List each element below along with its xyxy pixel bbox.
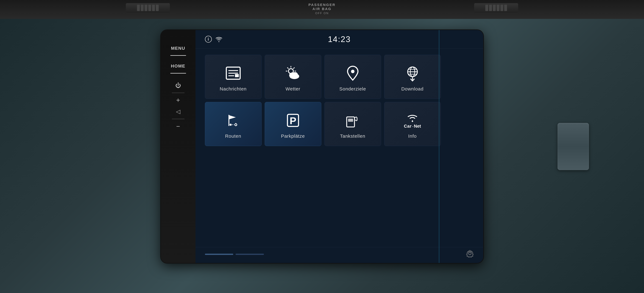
wetter-icon <box>284 65 302 82</box>
svg-point-27 <box>235 124 237 126</box>
apps-grid: Nachrichten <box>205 55 441 146</box>
home-indicator <box>170 73 186 74</box>
svg-line-10 <box>287 68 288 69</box>
scroll-dot-1 <box>205 254 233 255</box>
info-label: Info <box>408 133 416 139</box>
app-tile-wetter[interactable]: Wetter <box>265 55 321 99</box>
volume-down-button[interactable]: − <box>174 121 182 132</box>
download-label: Download <box>401 86 424 92</box>
svg-rect-31 <box>346 117 354 127</box>
parkplaetze-label: Parkplätze <box>281 133 305 139</box>
dashboard-top: PASSENGER AIR BAG OFF ON <box>0 0 644 19</box>
airbag-label: PASSENGER <box>308 3 336 7</box>
vent-right <box>474 3 518 13</box>
routen-label: Routen <box>225 133 241 139</box>
car-interior: PASSENGER AIR BAG OFF ON MENU HOME ⏻ + ◁… <box>0 0 644 293</box>
info-circle-icon[interactable]: i <box>205 36 212 43</box>
routen-icon <box>224 112 242 129</box>
sonderziele-label: Sonderziele <box>340 86 366 92</box>
tankstellen-label: Tankstellen <box>340 133 365 139</box>
ctrl-divider-2 <box>172 119 184 119</box>
svg-rect-32 <box>348 119 353 122</box>
wetter-label: Wetter <box>286 86 300 92</box>
menu-indicator <box>170 55 186 56</box>
bottom-bar <box>196 247 483 263</box>
airbag-label2: AIR BAG <box>308 7 336 11</box>
ctrl-divider-1 <box>172 93 184 93</box>
parkplaetze-icon: P <box>284 112 302 129</box>
apps-container: Nachrichten <box>196 49 483 247</box>
app-tile-info[interactable]: Car - Net Info <box>384 102 441 146</box>
download-icon <box>404 65 421 82</box>
svg-rect-4 <box>235 74 239 77</box>
door-handle <box>558 123 589 170</box>
app-tile-download[interactable]: Download <box>384 55 441 99</box>
wifi-icon <box>215 36 223 42</box>
scroll-dot-2 <box>236 254 264 255</box>
svg-point-16 <box>351 70 354 73</box>
app-tile-nachrichten[interactable]: Nachrichten <box>205 55 262 99</box>
sonderziele-icon <box>344 65 362 82</box>
svg-text:P: P <box>290 115 296 126</box>
nachrichten-icon <box>224 65 242 82</box>
home-button[interactable]: HOME <box>166 60 190 72</box>
menu-button[interactable]: MENU <box>166 43 190 54</box>
vent-left <box>126 3 170 13</box>
svg-point-34 <box>469 252 471 255</box>
app-tile-tankstellen[interactable]: Tankstellen <box>324 102 381 146</box>
svg-marker-24 <box>229 115 236 119</box>
app-tile-routen[interactable]: Routen <box>205 102 262 146</box>
airbag-status: OFF ON <box>308 12 336 15</box>
scroll-indicators <box>205 254 264 255</box>
volume-up-button[interactable]: + <box>174 95 182 106</box>
carnet-icon: Car - Net <box>404 112 421 129</box>
svg-point-15 <box>292 72 298 77</box>
nachrichten-label: Nachrichten <box>220 86 246 92</box>
right-side-panel <box>550 123 644 170</box>
screen-bezel: MENU HOME ⏻ + ◁ − i <box>161 30 483 263</box>
main-screen: i 14:23 <box>196 30 483 263</box>
volume-icon: ◁ <box>174 106 183 117</box>
tankstellen-icon <box>344 112 362 129</box>
svg-line-12 <box>294 68 294 69</box>
current-time: 14:23 <box>328 35 351 44</box>
status-bar: i 14:23 <box>196 30 483 49</box>
settings-button[interactable] <box>466 249 474 259</box>
screen-right-divider <box>439 30 439 263</box>
app-tile-parkplaetze[interactable]: P Parkplätze <box>265 102 321 146</box>
left-control-panel: MENU HOME ⏻ + ◁ − <box>161 30 196 263</box>
power-button[interactable]: ⏻ <box>173 80 183 91</box>
app-tile-sonderziele[interactable]: Sonderziele <box>324 55 381 99</box>
status-left: i <box>205 36 223 43</box>
